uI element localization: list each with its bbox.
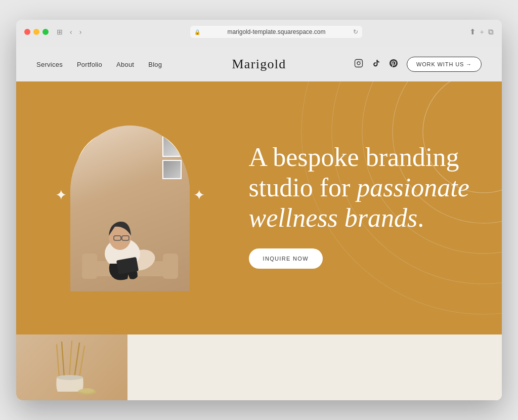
address-bar-container: 🔒 ↻ — [90, 26, 463, 38]
svg-point-2 — [360, 61, 361, 61]
inquire-now-button[interactable]: INQUIRE NOW — [249, 248, 323, 269]
nav-link-services[interactable]: Services — [36, 61, 63, 68]
nav-right: WORK WITH US → — [354, 57, 482, 72]
wall-photo-2 — [162, 160, 182, 179]
person-illustration — [79, 180, 181, 291]
browser-chrome: ⊞ ‹ › 🔒 ↻ ⬆ + ⧉ — [16, 20, 502, 47]
navigation: Services Portfolio About Blog Marigold — [16, 47, 502, 81]
svg-point-23 — [57, 375, 83, 380]
wall-photos — [162, 134, 182, 179]
photo-content — [70, 125, 190, 291]
fullscreen-button[interactable] — [42, 29, 49, 35]
svg-line-19 — [62, 342, 64, 377]
hero-left: ✦ ✦ — [36, 119, 224, 291]
sidebar-toggle-button[interactable]: ⊞ — [55, 27, 65, 37]
refresh-icon[interactable]: ↻ — [353, 28, 358, 36]
work-with-us-button[interactable]: WORK WITH US → — [407, 57, 482, 72]
diffuser-illustration — [41, 337, 102, 398]
svg-line-22 — [79, 346, 84, 377]
browser-window: ⊞ ‹ › 🔒 ↻ ⬆ + ⧉ — [16, 20, 502, 400]
browser-tab-bar — [24, 42, 494, 47]
sparkle-right: ✦ — [193, 188, 205, 202]
website-content: Services Portfolio About Blog Marigold — [16, 47, 502, 400]
browser-controls: ⊞ ‹ › — [55, 27, 83, 37]
traffic-lights — [24, 29, 49, 35]
bottom-strip — [16, 334, 502, 400]
svg-point-1 — [357, 62, 360, 65]
hero-headline: A bespoke branding studio for passionate… — [249, 142, 482, 233]
svg-rect-9 — [82, 254, 97, 279]
browser-top-bar: ⊞ ‹ › 🔒 ↻ ⬆ + ⧉ — [24, 26, 494, 38]
instagram-icon[interactable] — [354, 59, 363, 70]
svg-line-18 — [57, 345, 59, 377]
address-bar[interactable] — [190, 26, 362, 38]
nav-link-portfolio[interactable]: Portfolio — [77, 61, 102, 68]
new-tab-icon[interactable]: + — [480, 28, 484, 36]
wall-photo-1 — [162, 134, 182, 157]
arch-photo — [70, 125, 190, 291]
lock-icon: 🔒 — [194, 29, 200, 35]
browser-actions: ⬆ + ⧉ — [469, 27, 494, 36]
back-button[interactable]: ‹ — [68, 27, 74, 37]
hero-section: ✦ ✦ — [16, 81, 502, 334]
svg-point-25 — [80, 388, 94, 393]
sparkle-left: ✦ — [55, 188, 67, 202]
address-bar-wrapper: 🔒 ↻ — [190, 26, 362, 38]
nav-link-blog[interactable]: Blog — [148, 61, 162, 68]
hero-headline-period: . — [417, 203, 424, 232]
svg-line-20 — [69, 341, 72, 377]
close-button[interactable] — [24, 29, 30, 35]
nav-link-about[interactable]: About — [116, 61, 134, 68]
brand-logo: Marigold — [232, 57, 286, 71]
bottom-left-image — [16, 334, 127, 400]
svg-rect-10 — [163, 254, 178, 279]
bottom-right-section — [127, 334, 502, 400]
windows-icon[interactable]: ⧉ — [488, 28, 494, 36]
nav-left: Services Portfolio About Blog — [36, 61, 162, 68]
minimize-button[interactable] — [33, 29, 39, 35]
pinterest-icon[interactable] — [390, 59, 398, 70]
share-icon[interactable]: ⬆ — [469, 27, 476, 36]
tiktok-icon[interactable] — [372, 59, 380, 70]
svg-rect-0 — [355, 60, 362, 67]
nav-center: Marigold — [232, 57, 286, 72]
svg-line-21 — [74, 343, 79, 377]
hero-right: A bespoke branding studio for passionate… — [224, 142, 482, 268]
arch-frame: ✦ ✦ — [64, 119, 196, 291]
forward-button[interactable]: › — [77, 27, 84, 37]
